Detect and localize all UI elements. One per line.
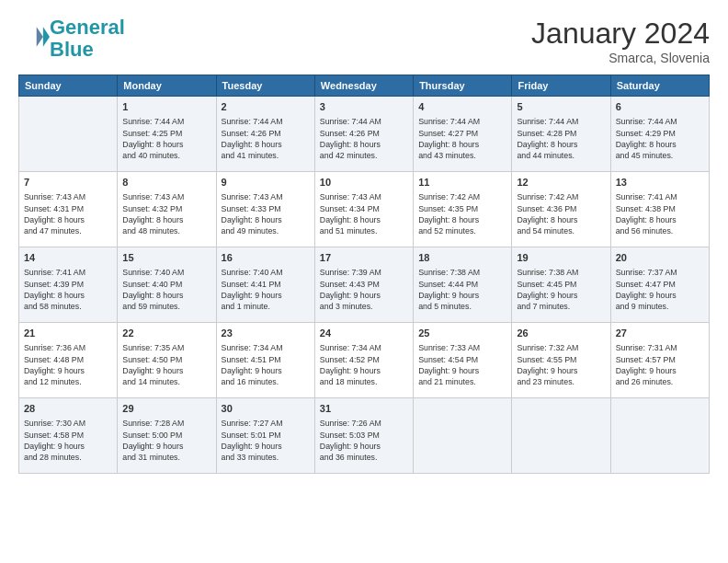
calendar-cell: 23Sunrise: 7:34 AM Sunset: 4:51 PM Dayli… bbox=[216, 323, 314, 398]
day-info: Sunrise: 7:35 AM Sunset: 4:50 PM Dayligh… bbox=[122, 342, 210, 387]
day-number: 22 bbox=[122, 327, 210, 340]
title-section: January 2024 Smarca, Slovenia bbox=[531, 17, 710, 65]
day-number: 30 bbox=[222, 402, 310, 416]
calendar-cell: 10Sunrise: 7:43 AM Sunset: 4:34 PM Dayli… bbox=[314, 172, 413, 247]
day-info: Sunrise: 7:40 AM Sunset: 4:40 PM Dayligh… bbox=[122, 267, 210, 312]
calendar-cell bbox=[414, 398, 512, 474]
calendar-cell: 24Sunrise: 7:34 AM Sunset: 4:52 PM Dayli… bbox=[314, 323, 413, 398]
day-info: Sunrise: 7:36 AM Sunset: 4:48 PM Dayligh… bbox=[24, 342, 112, 387]
page: General Blue January 2024 Smarca, Sloven… bbox=[0, 0, 728, 563]
day-info: Sunrise: 7:41 AM Sunset: 4:39 PM Dayligh… bbox=[24, 267, 112, 312]
day-info: Sunrise: 7:44 AM Sunset: 4:26 PM Dayligh… bbox=[320, 116, 408, 161]
day-info: Sunrise: 7:42 AM Sunset: 4:36 PM Dayligh… bbox=[517, 191, 605, 236]
header: General Blue January 2024 Smarca, Sloven… bbox=[18, 17, 710, 65]
day-info: Sunrise: 7:44 AM Sunset: 4:27 PM Dayligh… bbox=[418, 116, 506, 161]
day-number: 19 bbox=[517, 251, 605, 265]
calendar-cell: 6Sunrise: 7:44 AM Sunset: 4:29 PM Daylig… bbox=[610, 97, 709, 172]
day-number: 15 bbox=[122, 251, 210, 265]
col-header-sunday: Sunday bbox=[19, 75, 118, 97]
svg-marker-0 bbox=[43, 28, 50, 47]
logo-line2: Blue bbox=[50, 38, 94, 61]
logo-icon bbox=[20, 22, 50, 52]
calendar-cell: 31Sunrise: 7:26 AM Sunset: 5:03 PM Dayli… bbox=[314, 398, 413, 474]
calendar-cell: 9Sunrise: 7:43 AM Sunset: 4:33 PM Daylig… bbox=[216, 172, 314, 247]
day-number: 12 bbox=[517, 176, 605, 190]
week-row-4: 21Sunrise: 7:36 AM Sunset: 4:48 PM Dayli… bbox=[19, 323, 710, 398]
calendar-cell: 8Sunrise: 7:43 AM Sunset: 4:32 PM Daylig… bbox=[118, 172, 216, 247]
logo: General Blue bbox=[18, 17, 125, 61]
calendar-cell: 13Sunrise: 7:41 AM Sunset: 4:38 PM Dayli… bbox=[610, 172, 709, 247]
col-header-wednesday: Wednesday bbox=[314, 75, 413, 97]
week-row-5: 28Sunrise: 7:30 AM Sunset: 4:58 PM Dayli… bbox=[19, 398, 710, 474]
day-number: 26 bbox=[517, 327, 605, 340]
day-info: Sunrise: 7:44 AM Sunset: 4:28 PM Dayligh… bbox=[517, 116, 605, 161]
calendar-cell: 21Sunrise: 7:36 AM Sunset: 4:48 PM Dayli… bbox=[19, 323, 118, 398]
calendar-cell: 1Sunrise: 7:44 AM Sunset: 4:25 PM Daylig… bbox=[118, 97, 216, 172]
day-number: 29 bbox=[122, 402, 210, 416]
day-number: 18 bbox=[418, 251, 506, 265]
calendar-cell: 16Sunrise: 7:40 AM Sunset: 4:41 PM Dayli… bbox=[216, 247, 314, 323]
day-info: Sunrise: 7:34 AM Sunset: 4:52 PM Dayligh… bbox=[320, 342, 408, 387]
day-number: 24 bbox=[320, 327, 408, 340]
day-info: Sunrise: 7:44 AM Sunset: 4:29 PM Dayligh… bbox=[616, 116, 704, 161]
col-header-monday: Monday bbox=[118, 75, 216, 97]
day-number: 10 bbox=[320, 176, 408, 190]
calendar-cell: 5Sunrise: 7:44 AM Sunset: 4:28 PM Daylig… bbox=[512, 97, 610, 172]
day-number: 5 bbox=[517, 100, 605, 114]
calendar-cell: 27Sunrise: 7:31 AM Sunset: 4:57 PM Dayli… bbox=[610, 323, 709, 398]
calendar-cell: 14Sunrise: 7:41 AM Sunset: 4:39 PM Dayli… bbox=[19, 247, 118, 323]
day-info: Sunrise: 7:38 AM Sunset: 4:44 PM Dayligh… bbox=[418, 267, 506, 312]
calendar-cell: 19Sunrise: 7:38 AM Sunset: 4:45 PM Dayli… bbox=[512, 247, 610, 323]
calendar-cell: 26Sunrise: 7:32 AM Sunset: 4:55 PM Dayli… bbox=[512, 323, 610, 398]
day-info: Sunrise: 7:30 AM Sunset: 4:58 PM Dayligh… bbox=[24, 418, 112, 463]
calendar-cell bbox=[512, 398, 610, 474]
day-info: Sunrise: 7:38 AM Sunset: 4:45 PM Dayligh… bbox=[517, 267, 605, 312]
day-info: Sunrise: 7:28 AM Sunset: 5:00 PM Dayligh… bbox=[122, 418, 210, 463]
day-number: 27 bbox=[616, 327, 704, 340]
day-number: 11 bbox=[418, 176, 506, 190]
calendar-cell: 20Sunrise: 7:37 AM Sunset: 4:47 PM Dayli… bbox=[610, 247, 709, 323]
day-info: Sunrise: 7:33 AM Sunset: 4:54 PM Dayligh… bbox=[418, 342, 506, 387]
day-number: 8 bbox=[122, 176, 210, 190]
col-header-tuesday: Tuesday bbox=[216, 75, 314, 97]
week-row-1: 1Sunrise: 7:44 AM Sunset: 4:25 PM Daylig… bbox=[19, 97, 710, 172]
day-info: Sunrise: 7:42 AM Sunset: 4:35 PM Dayligh… bbox=[418, 191, 506, 236]
calendar-cell: 15Sunrise: 7:40 AM Sunset: 4:40 PM Dayli… bbox=[118, 247, 216, 323]
day-info: Sunrise: 7:43 AM Sunset: 4:31 PM Dayligh… bbox=[24, 191, 112, 236]
day-number: 23 bbox=[222, 327, 310, 340]
logo-line1: General bbox=[50, 16, 125, 39]
day-info: Sunrise: 7:32 AM Sunset: 4:55 PM Dayligh… bbox=[517, 342, 605, 387]
day-number: 21 bbox=[24, 327, 112, 340]
day-info: Sunrise: 7:40 AM Sunset: 4:41 PM Dayligh… bbox=[222, 267, 310, 312]
calendar-cell: 4Sunrise: 7:44 AM Sunset: 4:27 PM Daylig… bbox=[414, 97, 512, 172]
calendar-cell: 25Sunrise: 7:33 AM Sunset: 4:54 PM Dayli… bbox=[414, 323, 512, 398]
day-info: Sunrise: 7:44 AM Sunset: 4:26 PM Dayligh… bbox=[222, 116, 310, 161]
day-number: 9 bbox=[222, 176, 310, 190]
day-number: 3 bbox=[320, 100, 408, 114]
calendar-cell: 22Sunrise: 7:35 AM Sunset: 4:50 PM Dayli… bbox=[118, 323, 216, 398]
day-info: Sunrise: 7:43 AM Sunset: 4:34 PM Dayligh… bbox=[320, 191, 408, 236]
day-info: Sunrise: 7:44 AM Sunset: 4:25 PM Dayligh… bbox=[122, 116, 210, 161]
calendar-cell: 30Sunrise: 7:27 AM Sunset: 5:01 PM Dayli… bbox=[216, 398, 314, 474]
location: Smarca, Slovenia bbox=[531, 51, 710, 65]
calendar-cell: 29Sunrise: 7:28 AM Sunset: 5:00 PM Dayli… bbox=[118, 398, 216, 474]
col-header-friday: Friday bbox=[512, 75, 610, 97]
day-info: Sunrise: 7:43 AM Sunset: 4:32 PM Dayligh… bbox=[122, 191, 210, 236]
day-number: 1 bbox=[122, 100, 210, 114]
day-number: 14 bbox=[24, 251, 112, 265]
calendar-cell: 17Sunrise: 7:39 AM Sunset: 4:43 PM Dayli… bbox=[314, 247, 413, 323]
day-number: 16 bbox=[222, 251, 310, 265]
calendar-cell bbox=[610, 398, 709, 474]
logo-text: General Blue bbox=[50, 17, 125, 61]
calendar-cell: 11Sunrise: 7:42 AM Sunset: 4:35 PM Dayli… bbox=[414, 172, 512, 247]
day-number: 13 bbox=[616, 176, 704, 190]
calendar-cell: 2Sunrise: 7:44 AM Sunset: 4:26 PM Daylig… bbox=[216, 97, 314, 172]
day-number: 7 bbox=[24, 176, 112, 190]
day-info: Sunrise: 7:27 AM Sunset: 5:01 PM Dayligh… bbox=[222, 418, 310, 463]
col-header-thursday: Thursday bbox=[414, 75, 512, 97]
svg-marker-1 bbox=[37, 28, 43, 47]
header-row: SundayMondayTuesdayWednesdayThursdayFrid… bbox=[19, 75, 710, 97]
col-header-saturday: Saturday bbox=[610, 75, 709, 97]
calendar-cell: 12Sunrise: 7:42 AM Sunset: 4:36 PM Dayli… bbox=[512, 172, 610, 247]
day-info: Sunrise: 7:26 AM Sunset: 5:03 PM Dayligh… bbox=[320, 418, 408, 463]
